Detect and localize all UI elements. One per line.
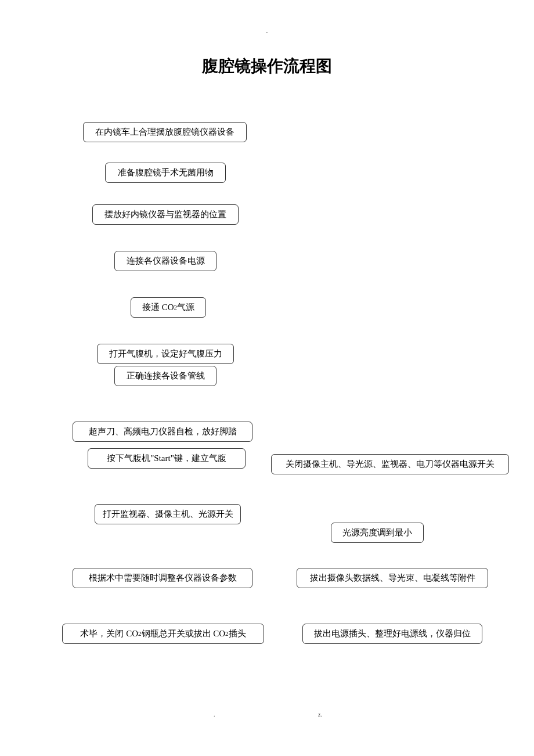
flow-box-min-brightness: 光源亮度调到最小 [331, 523, 424, 543]
diagram-title: 腹腔镜操作流程图 [0, 55, 534, 77]
flow-box-position-monitor: 摆放好内镜仪器与监视器的位置 [92, 204, 239, 225]
flow-box-close-co2: 术毕，关闭 CO2 钢瓶总开关或拔出 CO2 插头 [62, 624, 264, 644]
header-marker: - [266, 29, 268, 35]
flow-box-connect-power: 连接各仪器设备电源 [114, 251, 217, 271]
footer-marker-right: z. [318, 711, 322, 718]
flow-box-co2-source: 接通 CO2 气源 [131, 297, 206, 318]
flow-box-close-power: 关闭摄像主机、导光源、监视器、电刀等仪器电源开关 [271, 454, 509, 474]
close-co2-mid: 钢瓶总开关或拔出 CO [142, 628, 226, 640]
flow-box-start-pneumoperitoneum: 按下气腹机"Start"键，建立气腹 [88, 448, 246, 469]
flow-box-pneumoperitoneum-pressure: 打开气腹机，设定好气腹压力 [97, 344, 234, 364]
flow-box-unplug-power: 拔出电源插头、整理好电源线，仪器归位 [302, 624, 482, 644]
footer-marker-left: . [214, 711, 215, 718]
flow-box-adjust-params: 根据术中需要随时调整各仪器设备参数 [73, 568, 252, 588]
co2-text-pre: 接通 CO [142, 301, 174, 314]
flow-box-connect-lines: 正确连接各设备管线 [114, 366, 217, 386]
flow-box-self-check: 超声刀、高频电刀仪器自检，放好脚踏 [73, 422, 252, 442]
flow-box-open-monitor: 打开监视器、摄像主机、光源开关 [95, 504, 241, 524]
flow-box-prepare-sterile: 准备腹腔镜手术无菌用物 [105, 163, 226, 183]
close-co2-post: 插头 [229, 628, 246, 640]
close-co2-pre: 术毕，关闭 CO [80, 628, 138, 640]
flow-box-unplug-cables: 拔出摄像头数据线、导光束、电凝线等附件 [297, 568, 488, 588]
flow-box-setup-equipment: 在内镜车上合理摆放腹腔镜仪器设备 [83, 122, 247, 142]
co2-text-post: 气源 [177, 301, 194, 314]
